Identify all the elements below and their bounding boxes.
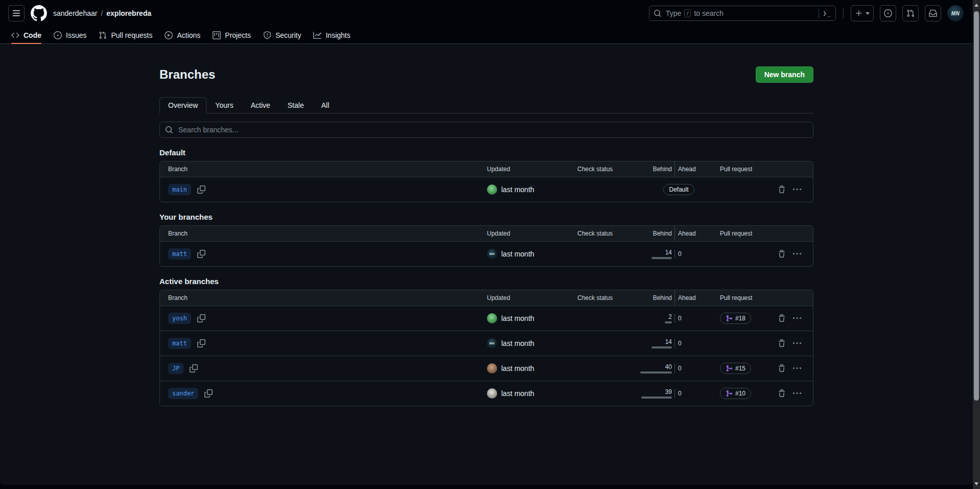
row-avatar[interactable] — [487, 313, 497, 323]
delete-branch-button[interactable] — [778, 389, 786, 398]
copy-branch-button[interactable] — [197, 185, 205, 194]
trash-icon-svg — [778, 314, 786, 322]
pr-icon-svg — [99, 31, 107, 39]
branch-name-pill[interactable]: JP — [168, 363, 183, 374]
create-new-button[interactable] — [851, 5, 874, 21]
behind-count: 14 — [665, 249, 672, 256]
behind-count: 40 — [665, 363, 672, 370]
pull-request-badge[interactable]: #10 — [720, 388, 751, 399]
filter-tab-overview[interactable]: Overview — [159, 97, 206, 113]
updated-label: last month — [501, 250, 534, 258]
filter-tab-stale[interactable]: Stale — [279, 97, 313, 113]
delete-branch-button[interactable] — [778, 314, 786, 322]
ahead-count-box: 0 — [675, 390, 682, 397]
kebab-icon-svg — [793, 250, 801, 258]
ahead-count: 0 — [678, 365, 682, 372]
behind-bar — [651, 346, 672, 348]
column-header-check-status: Check status — [565, 166, 642, 173]
filter-tab-all[interactable]: All — [313, 97, 338, 113]
user-avatar[interactable]: MN — [947, 5, 964, 21]
filter-tab-yours[interactable]: Yours — [206, 97, 242, 113]
row-menu-button[interactable] — [793, 314, 801, 322]
github-logo[interactable] — [31, 5, 47, 21]
merge-icon-svg — [726, 390, 733, 397]
kebab-icon-svg — [793, 185, 801, 194]
row-avatar[interactable]: MN — [487, 338, 497, 348]
repo-nav-actions[interactable]: Actions — [159, 27, 205, 43]
column-header-pull-request: Pull request — [716, 166, 775, 173]
repo-nav-projects[interactable]: Projects — [207, 27, 256, 43]
row-menu-button[interactable] — [793, 185, 801, 194]
repo-nav-label: Pull requests — [111, 31, 152, 39]
row-avatar[interactable]: MN — [487, 249, 497, 259]
repo-nav-label: Actions — [177, 31, 200, 39]
copy-branch-button[interactable] — [204, 389, 213, 398]
delete-branch-button[interactable] — [778, 364, 786, 372]
octocat-icon-svg — [31, 5, 47, 21]
page-head: Branches New branch — [159, 66, 813, 83]
filter-tab-active[interactable]: Active — [242, 97, 279, 113]
repo-nav-pull-requests[interactable]: Pull requests — [94, 27, 157, 43]
copy-branch-button[interactable] — [190, 364, 198, 372]
scrollbar-up-arrow[interactable] — [973, 2, 980, 9]
branch-name-pill[interactable]: main — [168, 184, 191, 195]
issues-dashboard-button[interactable] — [880, 5, 896, 21]
row-actions-cell — [775, 389, 805, 398]
branch-name-pill[interactable]: matt — [168, 248, 191, 260]
search-placeholder-prefix: Type — [666, 9, 681, 17]
row-menu-button[interactable] — [793, 250, 801, 258]
plus-icon-svg — [855, 9, 863, 17]
header-divider — [843, 8, 844, 18]
breadcrumb-owner-link[interactable]: sanderdehaar — [53, 9, 97, 17]
graph-icon — [313, 31, 321, 39]
branch-table: BranchUpdatedCheck statusBehindAheadPull… — [159, 225, 813, 267]
branch-search-input[interactable] — [177, 125, 808, 134]
behind-bar — [651, 257, 672, 259]
row-actions-cell — [775, 185, 805, 194]
inbox-button[interactable] — [925, 5, 941, 21]
hamburger-menu-button[interactable] — [8, 5, 25, 21]
chevron-down-icon — [866, 12, 870, 17]
updated-cell: MNlast month — [481, 249, 565, 259]
shield-icon-svg — [263, 31, 271, 39]
project-icon — [213, 31, 221, 39]
page-scrollbar[interactable] — [973, 0, 980, 489]
row-avatar[interactable] — [487, 184, 497, 195]
copy-branch-button[interactable] — [197, 314, 205, 322]
pull-requests-dashboard-button[interactable] — [902, 5, 919, 21]
branch-row: JPlast month400#15 — [160, 356, 813, 381]
repo-nav-insights[interactable]: Insights — [308, 27, 355, 43]
copy-branch-button[interactable] — [197, 250, 205, 258]
global-search-button[interactable]: Type / to search ❯_ — [649, 6, 836, 21]
branch-name-pill[interactable]: matt — [168, 338, 191, 349]
row-avatar[interactable] — [487, 363, 497, 374]
row-menu-button[interactable] — [793, 364, 801, 372]
browser-viewport: sanderdehaar / explorebreda Type / to se… — [0, 0, 980, 489]
octocat-icon — [31, 5, 47, 21]
scrollbar-thumb[interactable] — [974, 11, 979, 401]
trash-icon-svg — [778, 339, 786, 347]
code-icon-svg — [11, 31, 19, 39]
delete-branch-button[interactable] — [778, 185, 786, 194]
branch-name-pill[interactable]: sander — [168, 388, 198, 399]
repo-nav-code[interactable]: Code — [6, 27, 46, 43]
scrollbar-down-arrow[interactable] — [973, 480, 980, 487]
delete-branch-button[interactable] — [778, 250, 786, 258]
pull-request-badge[interactable]: #18 — [720, 313, 751, 324]
copy-icon-svg — [190, 364, 198, 372]
inbox-icon — [929, 9, 937, 17]
row-menu-button[interactable] — [793, 389, 801, 398]
pull-request-badge[interactable]: #15 — [720, 363, 751, 374]
branch-name-pill[interactable]: yosh — [168, 313, 191, 324]
command-palette-icon[interactable]: ❯_ — [823, 10, 831, 17]
repo-nav-issues[interactable]: Issues — [49, 27, 91, 43]
branch-filter-tabs: OverviewYoursActiveStaleAll — [159, 97, 813, 113]
row-avatar[interactable] — [487, 388, 497, 399]
row-menu-button[interactable] — [793, 339, 801, 347]
breadcrumb-repo-link[interactable]: explorebreda — [106, 9, 151, 17]
repo-nav-security[interactable]: Security — [258, 27, 307, 43]
delete-branch-button[interactable] — [778, 339, 786, 347]
inbox-icon-svg — [929, 9, 937, 17]
new-branch-button[interactable]: New branch — [756, 66, 813, 83]
copy-branch-button[interactable] — [197, 339, 205, 347]
